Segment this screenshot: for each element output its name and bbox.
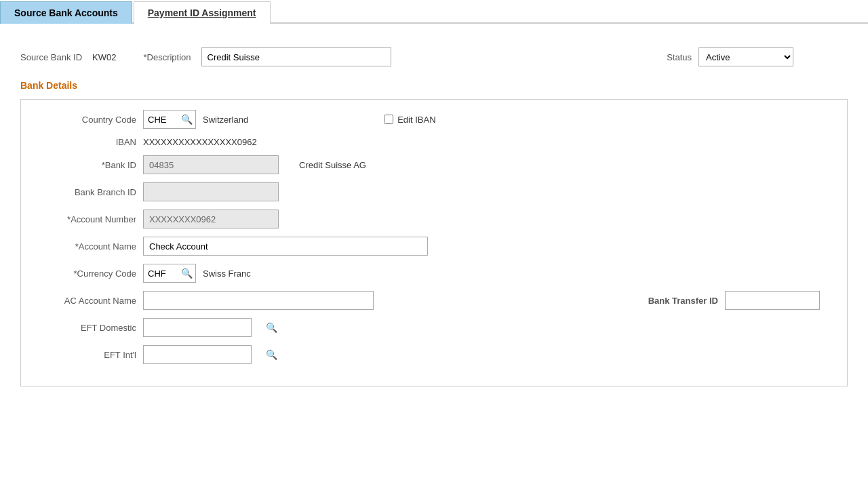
eft-intl-field: 🔍 — [143, 345, 252, 364]
eft-intl-label: EFT Int'l — [35, 350, 143, 360]
country-code-search-button[interactable]: 🔍 — [178, 111, 195, 128]
currency-code-field: 🔍 — [143, 264, 196, 283]
main-content: Source Bank ID KW02 *Description Status … — [0, 24, 868, 400]
header-form: Source Bank ID KW02 *Description Status … — [20, 37, 848, 66]
ac-account-name-label: AC Account Name — [35, 296, 143, 306]
tab-source-bank-accounts-label: Source Bank Accounts — [14, 7, 118, 18]
bank-id-input[interactable] — [143, 155, 279, 174]
eft-domestic-input[interactable] — [144, 318, 266, 337]
account-name-input[interactable] — [143, 237, 428, 256]
country-code-field: 🔍 — [143, 110, 196, 129]
description-group: *Description — [143, 47, 391, 66]
ac-account-name-input[interactable] — [143, 291, 374, 310]
source-bank-id-value: KW02 — [92, 52, 116, 62]
status-label: Status — [667, 52, 698, 62]
bank-branch-id-input[interactable] — [143, 182, 279, 201]
tab-payment-id-assignment[interactable]: Payment ID Assignment — [134, 1, 271, 24]
bank-details-title: Bank Details — [20, 80, 848, 91]
edit-iban-label: Edit IBAN — [397, 115, 435, 125]
ac-account-name-group: AC Account Name — [35, 291, 374, 310]
source-bank-id-label: Source Bank ID — [20, 52, 89, 62]
iban-row: IBAN XXXXXXXXXXXXXXXX0962 — [35, 137, 833, 147]
country-name: Switzerland — [203, 115, 248, 125]
currency-code-label: *Currency Code — [35, 269, 143, 279]
description-input[interactable] — [201, 47, 391, 66]
bank-transfer-id-input[interactable] — [725, 291, 820, 310]
bank-name: Credit Suisse AG — [299, 160, 366, 170]
iban-value: XXXXXXXXXXXXXXXX0962 — [143, 137, 257, 147]
eft-domestic-label: EFT Domestic — [35, 323, 143, 333]
source-bank-id-group: Source Bank ID KW02 — [20, 52, 116, 62]
tab-bar: Source Bank Accounts Payment ID Assignme… — [0, 0, 868, 24]
currency-code-row: *Currency Code 🔍 Swiss Franc — [35, 264, 833, 283]
bank-transfer-id-label: Bank Transfer ID — [648, 296, 725, 306]
country-code-input[interactable] — [144, 110, 178, 129]
account-name-label: *Account Name — [35, 241, 143, 252]
currency-name: Swiss Franc — [203, 269, 251, 279]
status-group: Status Active Inactive — [667, 47, 848, 66]
country-code-row: Country Code 🔍 Switzerland Edit IBAN — [35, 110, 833, 129]
account-number-label: *Account Number — [35, 214, 143, 224]
status-select[interactable]: Active Inactive — [698, 47, 793, 66]
country-code-label: Country Code — [35, 115, 143, 125]
tab-source-bank-accounts[interactable]: Source Bank Accounts — [0, 1, 132, 24]
eft-domestic-search-button[interactable]: 🔍 — [266, 319, 277, 336]
eft-domestic-row: EFT Domestic 🔍 — [35, 318, 833, 337]
eft-intl-search-button[interactable]: 🔍 — [266, 346, 277, 363]
account-number-input[interactable] — [143, 210, 279, 228]
eft-intl-row: EFT Int'l 🔍 — [35, 345, 833, 364]
account-name-row: *Account Name — [35, 237, 833, 256]
bank-transfer-id-group: Bank Transfer ID — [648, 291, 833, 310]
ac-bank-transfer-row: AC Account Name Bank Transfer ID — [35, 291, 833, 310]
description-label: *Description — [143, 52, 197, 62]
bank-branch-id-label: Bank Branch ID — [35, 187, 143, 197]
bank-id-label: *Bank ID — [35, 160, 143, 170]
currency-code-input[interactable] — [144, 264, 178, 283]
edit-iban-checkbox[interactable] — [384, 115, 393, 124]
edit-iban-group: Edit IBAN — [384, 115, 435, 125]
eft-domestic-field: 🔍 — [143, 318, 252, 337]
tab-payment-id-assignment-label: Payment ID Assignment — [148, 7, 256, 18]
account-number-row: *Account Number — [35, 210, 833, 228]
bank-details-section: Country Code 🔍 Switzerland Edit IBAN IBA… — [20, 99, 848, 386]
eft-intl-input[interactable] — [144, 345, 266, 364]
iban-label: IBAN — [35, 137, 143, 147]
bank-id-row: *Bank ID Credit Suisse AG — [35, 155, 833, 174]
currency-code-search-button[interactable]: 🔍 — [178, 264, 195, 282]
bank-branch-id-row: Bank Branch ID — [35, 182, 833, 201]
